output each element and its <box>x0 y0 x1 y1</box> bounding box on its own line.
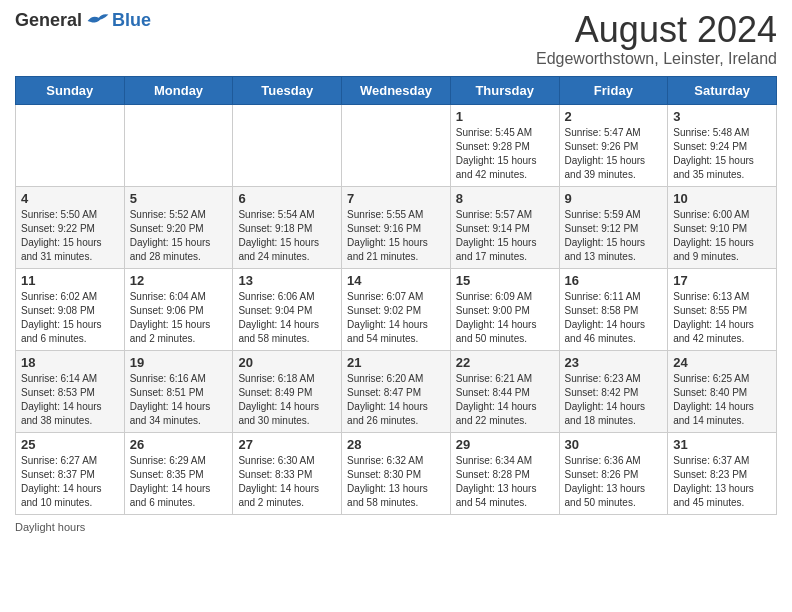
day-number: 25 <box>21 437 119 452</box>
cell-content: Sunrise: 6:32 AM Sunset: 8:30 PM Dayligh… <box>347 454 445 510</box>
table-row: 28Sunrise: 6:32 AM Sunset: 8:30 PM Dayli… <box>342 432 451 514</box>
day-number: 2 <box>565 109 663 124</box>
cell-content: Sunrise: 5:47 AM Sunset: 9:26 PM Dayligh… <box>565 126 663 182</box>
col-tuesday: Tuesday <box>233 76 342 104</box>
day-number: 17 <box>673 273 771 288</box>
cell-content: Sunrise: 5:55 AM Sunset: 9:16 PM Dayligh… <box>347 208 445 264</box>
col-thursday: Thursday <box>450 76 559 104</box>
logo: General Blue <box>15 10 151 31</box>
table-row <box>16 104 125 186</box>
day-number: 7 <box>347 191 445 206</box>
day-number: 31 <box>673 437 771 452</box>
table-row: 23Sunrise: 6:23 AM Sunset: 8:42 PM Dayli… <box>559 350 668 432</box>
cell-content: Sunrise: 6:23 AM Sunset: 8:42 PM Dayligh… <box>565 372 663 428</box>
cell-content: Sunrise: 5:48 AM Sunset: 9:24 PM Dayligh… <box>673 126 771 182</box>
table-row: 7Sunrise: 5:55 AM Sunset: 9:16 PM Daylig… <box>342 186 451 268</box>
cell-content: Sunrise: 6:20 AM Sunset: 8:47 PM Dayligh… <box>347 372 445 428</box>
table-row: 30Sunrise: 6:36 AM Sunset: 8:26 PM Dayli… <box>559 432 668 514</box>
cell-content: Sunrise: 6:02 AM Sunset: 9:08 PM Dayligh… <box>21 290 119 346</box>
table-row: 6Sunrise: 5:54 AM Sunset: 9:18 PM Daylig… <box>233 186 342 268</box>
day-number: 16 <box>565 273 663 288</box>
day-number: 3 <box>673 109 771 124</box>
day-number: 11 <box>21 273 119 288</box>
month-title: August 2024 <box>536 10 777 50</box>
calendar-week-2: 4Sunrise: 5:50 AM Sunset: 9:22 PM Daylig… <box>16 186 777 268</box>
day-number: 12 <box>130 273 228 288</box>
cell-content: Sunrise: 6:00 AM Sunset: 9:10 PM Dayligh… <box>673 208 771 264</box>
logo-bird-icon <box>86 11 110 31</box>
day-number: 23 <box>565 355 663 370</box>
cell-content: Sunrise: 6:11 AM Sunset: 8:58 PM Dayligh… <box>565 290 663 346</box>
calendar-header-row: Sunday Monday Tuesday Wednesday Thursday… <box>16 76 777 104</box>
footer-note: Daylight hours <box>15 521 777 533</box>
cell-content: Sunrise: 6:27 AM Sunset: 8:37 PM Dayligh… <box>21 454 119 510</box>
cell-content: Sunrise: 6:21 AM Sunset: 8:44 PM Dayligh… <box>456 372 554 428</box>
table-row: 10Sunrise: 6:00 AM Sunset: 9:10 PM Dayli… <box>668 186 777 268</box>
col-wednesday: Wednesday <box>342 76 451 104</box>
table-row: 3Sunrise: 5:48 AM Sunset: 9:24 PM Daylig… <box>668 104 777 186</box>
day-number: 26 <box>130 437 228 452</box>
day-number: 30 <box>565 437 663 452</box>
table-row <box>124 104 233 186</box>
cell-content: Sunrise: 6:07 AM Sunset: 9:02 PM Dayligh… <box>347 290 445 346</box>
table-row <box>233 104 342 186</box>
day-number: 18 <box>21 355 119 370</box>
table-row: 1Sunrise: 5:45 AM Sunset: 9:28 PM Daylig… <box>450 104 559 186</box>
table-row: 16Sunrise: 6:11 AM Sunset: 8:58 PM Dayli… <box>559 268 668 350</box>
day-number: 28 <box>347 437 445 452</box>
day-number: 24 <box>673 355 771 370</box>
table-row: 8Sunrise: 5:57 AM Sunset: 9:14 PM Daylig… <box>450 186 559 268</box>
table-row: 19Sunrise: 6:16 AM Sunset: 8:51 PM Dayli… <box>124 350 233 432</box>
calendar-week-1: 1Sunrise: 5:45 AM Sunset: 9:28 PM Daylig… <box>16 104 777 186</box>
table-row: 4Sunrise: 5:50 AM Sunset: 9:22 PM Daylig… <box>16 186 125 268</box>
day-number: 1 <box>456 109 554 124</box>
day-number: 15 <box>456 273 554 288</box>
day-number: 5 <box>130 191 228 206</box>
day-number: 20 <box>238 355 336 370</box>
cell-content: Sunrise: 6:06 AM Sunset: 9:04 PM Dayligh… <box>238 290 336 346</box>
table-row: 22Sunrise: 6:21 AM Sunset: 8:44 PM Dayli… <box>450 350 559 432</box>
cell-content: Sunrise: 6:29 AM Sunset: 8:35 PM Dayligh… <box>130 454 228 510</box>
daylight-hours-label: Daylight hours <box>15 521 85 533</box>
day-number: 8 <box>456 191 554 206</box>
day-number: 27 <box>238 437 336 452</box>
day-number: 4 <box>21 191 119 206</box>
table-row: 9Sunrise: 5:59 AM Sunset: 9:12 PM Daylig… <box>559 186 668 268</box>
day-number: 13 <box>238 273 336 288</box>
table-row: 31Sunrise: 6:37 AM Sunset: 8:23 PM Dayli… <box>668 432 777 514</box>
location-title: Edgeworthstown, Leinster, Ireland <box>536 50 777 68</box>
col-monday: Monday <box>124 76 233 104</box>
day-number: 29 <box>456 437 554 452</box>
table-row: 27Sunrise: 6:30 AM Sunset: 8:33 PM Dayli… <box>233 432 342 514</box>
day-number: 19 <box>130 355 228 370</box>
table-row: 21Sunrise: 6:20 AM Sunset: 8:47 PM Dayli… <box>342 350 451 432</box>
table-row: 17Sunrise: 6:13 AM Sunset: 8:55 PM Dayli… <box>668 268 777 350</box>
table-row: 18Sunrise: 6:14 AM Sunset: 8:53 PM Dayli… <box>16 350 125 432</box>
calendar-week-4: 18Sunrise: 6:14 AM Sunset: 8:53 PM Dayli… <box>16 350 777 432</box>
table-row: 12Sunrise: 6:04 AM Sunset: 9:06 PM Dayli… <box>124 268 233 350</box>
cell-content: Sunrise: 6:13 AM Sunset: 8:55 PM Dayligh… <box>673 290 771 346</box>
logo-general-text: General <box>15 10 82 31</box>
day-number: 14 <box>347 273 445 288</box>
table-row: 14Sunrise: 6:07 AM Sunset: 9:02 PM Dayli… <box>342 268 451 350</box>
day-number: 21 <box>347 355 445 370</box>
header: General Blue August 2024 Edgeworthstown,… <box>15 10 777 68</box>
col-friday: Friday <box>559 76 668 104</box>
table-row: 25Sunrise: 6:27 AM Sunset: 8:37 PM Dayli… <box>16 432 125 514</box>
day-number: 22 <box>456 355 554 370</box>
table-row: 24Sunrise: 6:25 AM Sunset: 8:40 PM Dayli… <box>668 350 777 432</box>
cell-content: Sunrise: 6:14 AM Sunset: 8:53 PM Dayligh… <box>21 372 119 428</box>
table-row: 11Sunrise: 6:02 AM Sunset: 9:08 PM Dayli… <box>16 268 125 350</box>
cell-content: Sunrise: 5:50 AM Sunset: 9:22 PM Dayligh… <box>21 208 119 264</box>
cell-content: Sunrise: 6:25 AM Sunset: 8:40 PM Dayligh… <box>673 372 771 428</box>
col-saturday: Saturday <box>668 76 777 104</box>
calendar-week-5: 25Sunrise: 6:27 AM Sunset: 8:37 PM Dayli… <box>16 432 777 514</box>
day-number: 6 <box>238 191 336 206</box>
col-sunday: Sunday <box>16 76 125 104</box>
cell-content: Sunrise: 6:16 AM Sunset: 8:51 PM Dayligh… <box>130 372 228 428</box>
calendar-week-3: 11Sunrise: 6:02 AM Sunset: 9:08 PM Dayli… <box>16 268 777 350</box>
table-row: 2Sunrise: 5:47 AM Sunset: 9:26 PM Daylig… <box>559 104 668 186</box>
title-area: August 2024 Edgeworthstown, Leinster, Ir… <box>536 10 777 68</box>
cell-content: Sunrise: 5:59 AM Sunset: 9:12 PM Dayligh… <box>565 208 663 264</box>
cell-content: Sunrise: 6:36 AM Sunset: 8:26 PM Dayligh… <box>565 454 663 510</box>
